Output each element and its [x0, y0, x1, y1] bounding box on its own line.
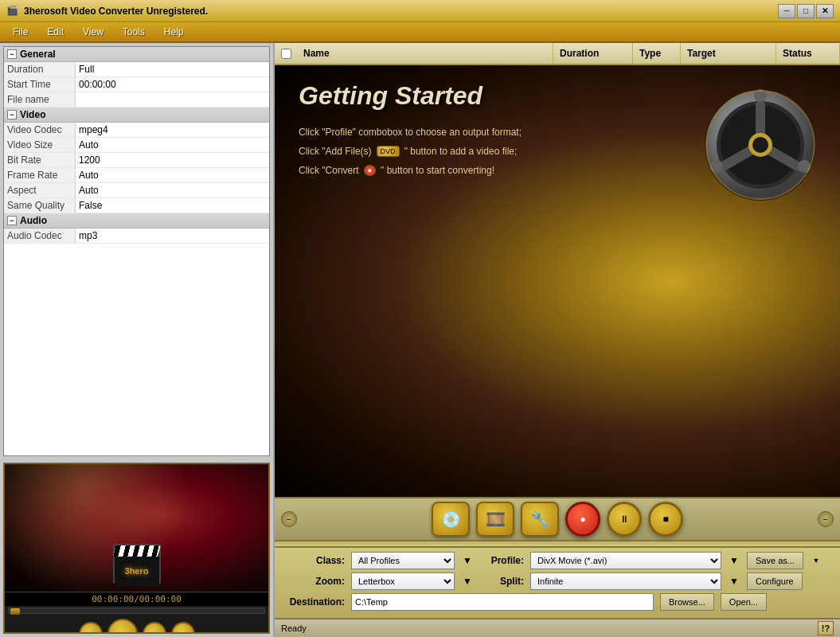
time-display: 00:00:00/00:00:00 [5, 592, 268, 606]
prop-bit-rate: Bit Rate 1200 [4, 153, 269, 168]
stop-button[interactable]: ■ [648, 502, 683, 537]
progress-thumb [10, 608, 20, 615]
add-dvd-button[interactable]: 💿 [432, 502, 470, 537]
select-all-checkbox[interactable] [275, 43, 297, 64]
col-type: Type [633, 43, 681, 64]
controls-bar: ◁ ▶ ■ ▷ [5, 616, 268, 634]
general-section: − General [4, 47, 269, 62]
class-select[interactable]: All Profiles [351, 552, 455, 569]
stop-icon: ■ [662, 514, 668, 525]
bottom-controls: Class: All Profiles ▼ Profile: DivX Movi… [275, 546, 840, 618]
zoom-select[interactable]: Letterbox [351, 573, 455, 590]
prop-start-time: Start Time 00:00:00 [4, 77, 269, 92]
minimize-button[interactable]: ─ [778, 4, 795, 18]
destination-row: Destination: Browse... Open... [281, 593, 834, 611]
menu-tools[interactable]: Tools [113, 24, 154, 40]
dvd-icon: 💿 [441, 510, 461, 529]
film-reel-graphic [697, 81, 824, 209]
progress-bar-area [5, 606, 268, 616]
prop-frame-rate-value: Auto [76, 168, 269, 182]
class-profile-row: Class: All Profiles ▼ Profile: DivX Movi… [281, 552, 834, 569]
menu-file[interactable]: File [3, 24, 37, 40]
prop-bit-rate-value: 1200 [76, 153, 269, 167]
video-toggle[interactable]: − [7, 110, 17, 119]
audio-toggle[interactable]: − [7, 216, 17, 225]
close-button[interactable]: ✕ [816, 4, 834, 18]
preview-logo: 3hero [113, 544, 161, 584]
prop-audio-codec-label: Audio Codec [4, 229, 76, 243]
menu-help[interactable]: Help [154, 24, 193, 40]
main-preview-area: Getting Started Click "Profile" combobox… [275, 65, 840, 497]
title-bar-buttons: ─ □ ✕ [778, 4, 834, 18]
prop-file-name-value [76, 92, 269, 107]
col-status: Status [776, 43, 840, 64]
gs-instruction-3-text: Click "Convert [299, 165, 359, 176]
prop-aspect: Aspect Auto [4, 183, 269, 198]
prop-video-size-label: Video Size [4, 138, 76, 152]
col-name: Name [297, 43, 553, 64]
prop-audio-codec-value: mp3 [76, 229, 269, 243]
prop-frame-rate: Frame Rate Auto [4, 168, 269, 183]
save-as-button[interactable]: Save as... [747, 552, 803, 569]
preview-panel: 3hero 00:00:00/00:00:00 ◁ ▶ ■ ▷ [3, 463, 270, 634]
split-select[interactable]: Infinite [530, 573, 721, 590]
edit-icon: 🔧 [530, 510, 550, 529]
general-label: General [20, 49, 56, 60]
clapboard-body: 3hero [115, 557, 159, 585]
help-button[interactable]: !? [818, 621, 834, 635]
split-label: Split: [480, 576, 524, 587]
convert-icon: ● [364, 165, 376, 176]
prop-duration-value: Full [76, 62, 269, 76]
properties-tree: − General Duration Full Start Time 00:00… [3, 46, 270, 456]
browse-button[interactable]: Browse... [660, 593, 714, 611]
next-button[interactable]: ▷ [171, 622, 195, 634]
menu-edit[interactable]: Edit [37, 24, 73, 40]
left-panel: − General Duration Full Start Time 00:00… [0, 43, 275, 637]
toolbar-left-collapse[interactable]: − [281, 511, 297, 527]
prop-same-quality: Same Quality False [4, 198, 269, 213]
gs-instruction-2-text2: " button to add a video file; [404, 146, 518, 157]
prop-same-quality-label: Same Quality [4, 198, 76, 213]
clapboard: 3hero [113, 544, 161, 584]
prop-video-codec: Video Codec mpeg4 [4, 123, 269, 138]
stop-button[interactable]: ■ [143, 622, 166, 634]
destination-input[interactable] [351, 593, 654, 611]
profile-label: Profile: [480, 555, 524, 566]
profile-select[interactable]: DivX Movie (*.avi) [530, 552, 721, 569]
progress-track[interactable] [8, 608, 265, 614]
checkbox-all[interactable] [281, 49, 291, 59]
toolbar-right-collapse[interactable]: − [818, 511, 834, 527]
prop-video-size-value: Auto [76, 138, 269, 152]
status-text: Ready [281, 623, 811, 633]
video-section: − Video [4, 107, 269, 123]
prop-bit-rate-label: Bit Rate [4, 153, 76, 167]
add-video-button[interactable]: 🎞️ [476, 502, 514, 537]
title-bar: 🎬 3herosoft Video Converter Unregistered… [0, 0, 840, 22]
prop-frame-rate-label: Frame Rate [4, 168, 76, 182]
configure-button[interactable]: Configure [747, 573, 803, 590]
class-label: Class: [281, 555, 345, 566]
gs-instruction-1-text: Click "Profile" combobox to choose an ou… [299, 127, 522, 138]
audio-section: − Audio [4, 213, 269, 229]
prop-file-name: File name [4, 92, 269, 107]
menu-view[interactable]: View [73, 24, 113, 40]
prop-video-codec-label: Video Codec [4, 123, 76, 137]
convert-button[interactable]: ● [565, 502, 600, 537]
prop-start-time-value: 00:00:00 [76, 77, 269, 92]
zoom-label: Zoom: [281, 576, 345, 587]
prev-button[interactable]: ◁ [79, 622, 103, 634]
prop-video-codec-value: mpeg4 [76, 123, 269, 137]
file-list-header: Name Duration Type Target Status [275, 43, 840, 65]
open-button[interactable]: Open... [721, 593, 767, 611]
general-toggle[interactable]: − [7, 49, 17, 59]
maximize-button[interactable]: □ [797, 4, 815, 18]
pause-button[interactable]: ⏸ [607, 502, 642, 537]
col-target: Target [681, 43, 776, 64]
prop-start-time-label: Start Time [4, 77, 76, 92]
audio-label: Audio [20, 215, 47, 226]
svg-point-5 [752, 137, 768, 153]
play-button[interactable]: ▶ [107, 619, 138, 634]
edit-button[interactable]: 🔧 [521, 502, 559, 537]
prop-file-name-label: File name [4, 92, 76, 107]
preview-background: 3hero [5, 464, 268, 592]
